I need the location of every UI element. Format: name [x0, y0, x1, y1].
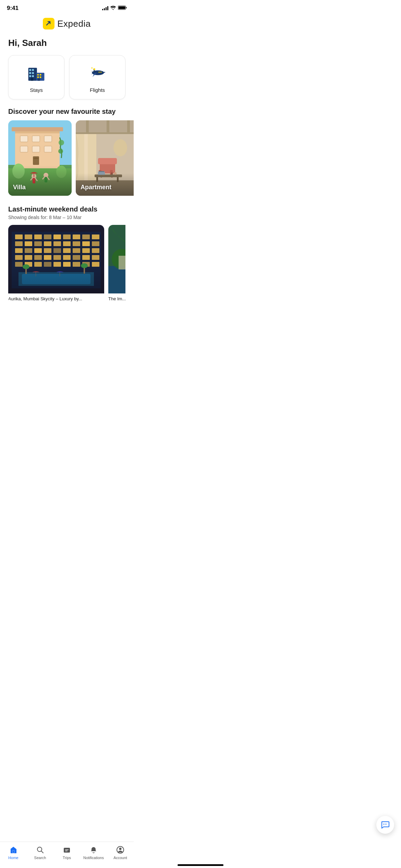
stays-label: Stays: [30, 87, 43, 93]
stays-icon: [27, 64, 46, 83]
deal-card-2-title: The Im...: [108, 293, 125, 303]
villa-label: Villa: [13, 184, 26, 191]
svg-rect-6: [32, 69, 34, 71]
status-time: 9:41: [7, 5, 19, 12]
logo-text: Expedia: [57, 19, 90, 29]
app-header: Expedia: [0, 14, 134, 34]
flights-label: Flights: [90, 87, 105, 93]
svg-rect-13: [37, 74, 39, 76]
greeting-text: Hi, Sarah: [8, 38, 125, 48]
flights-icon: [88, 64, 107, 83]
svg-rect-17: [38, 78, 40, 81]
svg-rect-5: [29, 69, 31, 71]
svg-rect-11: [31, 78, 33, 81]
discover-section-title: Discover your new favourite stay: [0, 108, 134, 120]
svg-rect-143: [8, 225, 104, 293]
svg-rect-15: [37, 76, 39, 78]
category-cards: Stays: [0, 55, 134, 108]
deals-section: Last-minute weekend deals Showing deals …: [0, 205, 134, 310]
deal-card-1-title: Aurika, Mumbai Skycity – Luxury by...: [8, 293, 104, 303]
svg-rect-9: [29, 75, 31, 77]
svg-rect-8: [32, 72, 34, 74]
svg-rect-1: [119, 7, 125, 9]
apartment-label: Apartment: [81, 184, 111, 191]
svg-rect-10: [32, 75, 34, 77]
status-icons: [102, 5, 127, 11]
deal-card-2-image: [108, 225, 125, 293]
svg-rect-149: [119, 256, 125, 269]
deal-card-1[interactable]: Aurika, Mumbai Skycity – Luxury by...: [8, 225, 104, 303]
deal-card-1-image: [8, 225, 104, 293]
apartment-card[interactable]: Apartment: [76, 120, 134, 196]
status-bar: 9:41: [0, 0, 134, 14]
svg-rect-145: [108, 266, 125, 293]
wifi-icon: [110, 5, 116, 11]
villa-card[interactable]: Villa: [8, 120, 72, 196]
deals-title: Last-minute weekend deals: [8, 205, 125, 213]
greeting-section: Hi, Sarah: [0, 34, 134, 55]
stays-card[interactable]: Stays: [8, 55, 64, 99]
svg-point-20: [100, 72, 102, 73]
flights-card[interactable]: Flights: [69, 55, 125, 99]
svg-rect-16: [40, 76, 41, 78]
svg-point-21: [94, 68, 95, 70]
svg-point-22: [92, 68, 93, 69]
svg-rect-14: [40, 74, 41, 76]
stay-cards-scroll[interactable]: Villa: [0, 120, 134, 205]
logo-icon: [43, 18, 54, 29]
svg-rect-2: [126, 7, 127, 9]
battery-icon: [118, 5, 127, 11]
deals-scroll[interactable]: Aurika, Mumbai Skycity – Luxury by...: [8, 225, 125, 303]
signal-icon: [102, 6, 108, 10]
deal-card-2[interactable]: The Im...: [108, 225, 125, 303]
deals-subtitle: Showing deals for: 8 Mar – 10 Mar: [8, 215, 125, 220]
svg-point-19: [99, 72, 100, 73]
svg-rect-7: [29, 72, 31, 74]
svg-point-18: [92, 70, 104, 75]
